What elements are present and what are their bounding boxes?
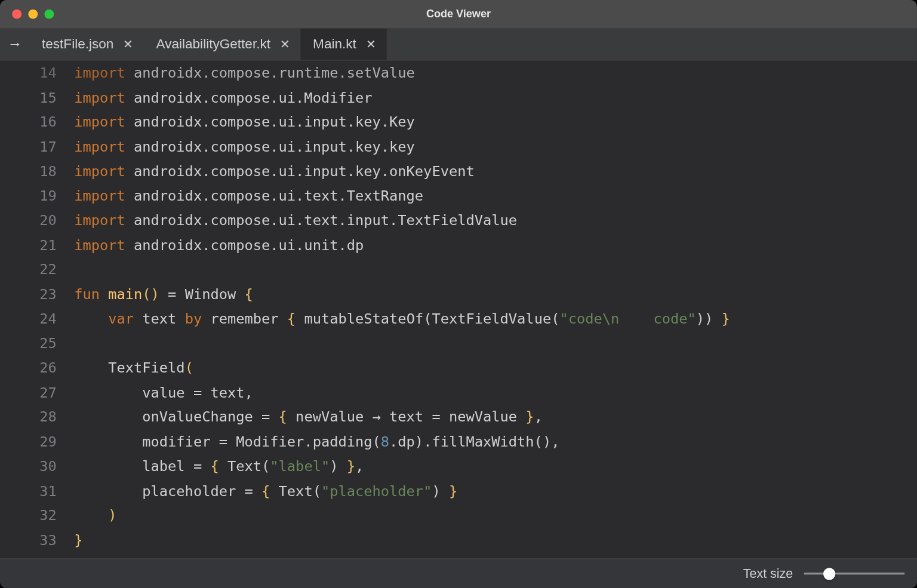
line-number: 22 — [0, 257, 74, 282]
line-number: 16 — [0, 110, 74, 134]
nav-forward-icon[interactable]: → — [0, 28, 30, 60]
line-content: import androidx.compose.ui.text.input.Te… — [74, 208, 917, 233]
line-number: 21 — [0, 233, 74, 257]
line-number: 33 — [0, 528, 74, 552]
close-icon[interactable]: ✕ — [280, 37, 290, 52]
line-content: } — [74, 528, 917, 552]
line-number: 20 — [0, 208, 74, 233]
line-content — [74, 257, 917, 282]
line-content: import androidx.compose.runtime.setValue — [74, 61, 917, 85]
tab[interactable]: AvailabilityGetter.kt✕ — [144, 28, 301, 60]
titlebar: Code Viewer — [0, 0, 917, 28]
close-icon[interactable]: ✕ — [123, 37, 133, 52]
line-content — [74, 331, 917, 356]
line-content: TextField( — [74, 356, 917, 380]
line-content: import androidx.compose.ui.unit.dp — [74, 233, 917, 257]
line-number: 24 — [0, 306, 74, 331]
line-number: 18 — [0, 159, 74, 183]
code-line: 18import androidx.compose.ui.input.key.o… — [0, 159, 917, 183]
tab-bar: → testFile.json✕AvailabilityGetter.kt✕Ma… — [0, 28, 917, 60]
tab-label: testFile.json — [42, 36, 113, 52]
line-content: value = text, — [74, 380, 917, 405]
line-content: modifier = Modifier.padding(8.dp).fillMa… — [74, 429, 917, 454]
line-content: import androidx.compose.ui.input.key.key — [74, 134, 917, 159]
code-line: 14import androidx.compose.runtime.setVal… — [0, 61, 917, 85]
code-line: 20import androidx.compose.ui.text.input.… — [0, 208, 917, 233]
window-title: Code Viewer — [0, 8, 917, 20]
line-number: 30 — [0, 454, 74, 479]
line-content: ) — [74, 503, 917, 528]
code-line: 26 TextField( — [0, 356, 917, 380]
line-content: import androidx.compose.ui.input.key.Key — [74, 110, 917, 134]
line-number: 31 — [0, 479, 74, 503]
line-content: import androidx.compose.ui.input.key.onK… — [74, 159, 917, 183]
tab-label: AvailabilityGetter.kt — [156, 36, 270, 52]
app-window: Code Viewer → testFile.json✕Availability… — [0, 0, 917, 588]
code-line: 30 label = { Text("label") }, — [0, 454, 917, 479]
maximize-button[interactable] — [44, 10, 54, 19]
code-line: 32 ) — [0, 503, 917, 528]
line-number: 15 — [0, 85, 74, 110]
status-bar: Text size — [0, 559, 917, 588]
line-content: import androidx.compose.ui.Modifier — [74, 85, 917, 110]
traffic-lights — [0, 10, 54, 19]
code-line: 27 value = text, — [0, 380, 917, 405]
code-line: 23fun main() = Window { — [0, 282, 917, 306]
code-line: 31 placeholder = { Text("placeholder") } — [0, 479, 917, 503]
close-button[interactable] — [12, 10, 21, 19]
line-number: 28 — [0, 405, 74, 429]
line-number: 19 — [0, 184, 74, 208]
tab[interactable]: Main.kt✕ — [301, 28, 387, 60]
line-number: 14 — [0, 61, 74, 85]
code-line: 17import androidx.compose.ui.input.key.k… — [0, 134, 917, 159]
line-content: var text by remember { mutableStateOf(Te… — [74, 306, 917, 331]
slider-thumb[interactable] — [823, 568, 835, 580]
slider-track — [804, 572, 904, 574]
code-line: 16import androidx.compose.ui.input.key.K… — [0, 110, 917, 134]
line-number: 32 — [0, 503, 74, 528]
line-content: placeholder = { Text("placeholder") } — [74, 479, 917, 503]
line-number: 29 — [0, 429, 74, 454]
code-editor[interactable]: 14import androidx.compose.runtime.setVal… — [0, 61, 917, 559]
code-line: 19import androidx.compose.ui.text.TextRa… — [0, 184, 917, 208]
text-size-label: Text size — [743, 567, 793, 581]
tab[interactable]: testFile.json✕ — [30, 28, 144, 60]
code-line: 33} — [0, 528, 917, 552]
line-content: fun main() = Window { — [74, 282, 917, 306]
code-line: 24 var text by remember { mutableStateOf… — [0, 306, 917, 331]
code-line: 28 onValueChange = { newValue → text = n… — [0, 405, 917, 429]
code-line: 15import androidx.compose.ui.Modifier — [0, 85, 917, 110]
line-number: 17 — [0, 134, 74, 159]
line-number: 26 — [0, 356, 74, 380]
tab-label: Main.kt — [313, 36, 356, 52]
code-line: 22 — [0, 257, 917, 282]
code-line: 29 modifier = Modifier.padding(8.dp).fil… — [0, 429, 917, 454]
code-line: 25 — [0, 331, 917, 356]
close-icon[interactable]: ✕ — [366, 37, 376, 52]
minimize-button[interactable] — [28, 10, 38, 19]
line-number: 23 — [0, 282, 74, 306]
line-content: onValueChange = { newValue → text = newV… — [74, 405, 917, 429]
code-line: 21import androidx.compose.ui.unit.dp — [0, 233, 917, 257]
line-content: label = { Text("label") }, — [74, 454, 917, 479]
line-content: import androidx.compose.ui.text.TextRang… — [74, 184, 917, 208]
text-size-slider[interactable] — [804, 567, 904, 581]
line-number: 27 — [0, 380, 74, 405]
line-number: 25 — [0, 331, 74, 356]
